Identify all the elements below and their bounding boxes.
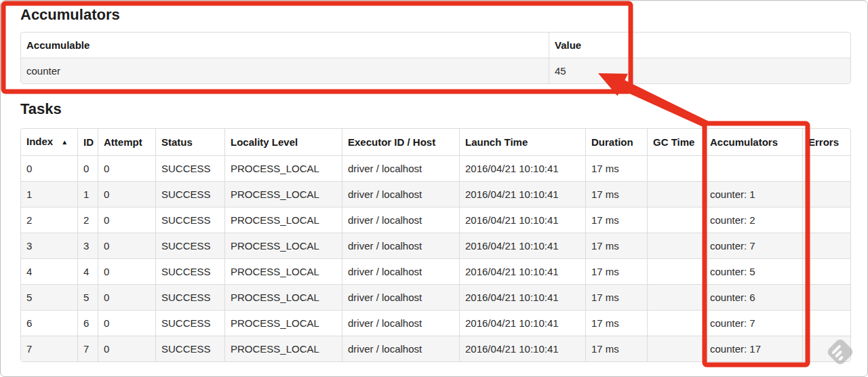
- task-errors-cell: [802, 181, 850, 207]
- task-status-cell: SUCCESS: [155, 207, 224, 233]
- task-index-cell: 5: [21, 284, 77, 310]
- task-status-cell: SUCCESS: [155, 233, 224, 258]
- task-errors-cell: [802, 310, 850, 336]
- page-content: Accumulators Accumulable Value counter 4…: [1, 1, 867, 362]
- accumulators-heading: Accumulators: [20, 6, 850, 24]
- table-row: 3 3 0 SUCCESS PROCESS_LOCAL driver / loc…: [21, 233, 850, 258]
- task-status-cell: SUCCESS: [155, 310, 224, 336]
- table-row: 7 7 0 SUCCESS PROCESS_LOCAL driver / loc…: [21, 336, 850, 361]
- task-attempt-cell: 0: [98, 284, 155, 310]
- task-status-cell: SUCCESS: [155, 284, 224, 310]
- tasks-table: Index▲ ID Attempt Status Locality Level …: [20, 128, 851, 362]
- tasks-table-header-row: Index▲ ID Attempt Status Locality Level …: [21, 129, 850, 155]
- tasks-header-launch-time[interactable]: Launch Time: [459, 129, 585, 155]
- annotation-watermark-icon: [825, 337, 855, 367]
- tasks-header-index[interactable]: Index▲: [21, 129, 77, 155]
- task-accumulators-cell: counter: 6: [704, 284, 802, 310]
- task-id-cell: 2: [77, 207, 98, 233]
- task-errors-cell: [802, 258, 850, 284]
- task-accumulators-cell: counter: 7: [704, 233, 802, 258]
- task-attempt-cell: 0: [98, 207, 155, 233]
- task-duration-cell: 17 ms: [585, 233, 647, 258]
- task-executor-id-host-cell: driver / localhost: [342, 207, 459, 233]
- accumulators-table: Accumulable Value counter 45: [20, 32, 851, 84]
- tasks-header-executor-id-host[interactable]: Executor ID / Host: [342, 129, 459, 155]
- task-gc-time-cell: [647, 207, 704, 233]
- task-launch-time-cell: 2016/04/21 10:10:41: [459, 207, 585, 233]
- task-locality-level-cell: PROCESS_LOCAL: [224, 284, 342, 310]
- task-id-cell: 4: [77, 258, 98, 284]
- task-id-cell: 1: [77, 181, 98, 207]
- task-index-cell: 6: [21, 310, 77, 336]
- task-attempt-cell: 0: [98, 310, 155, 336]
- task-locality-level-cell: PROCESS_LOCAL: [224, 155, 342, 181]
- task-index-cell: 4: [21, 258, 77, 284]
- task-status-cell: SUCCESS: [155, 258, 224, 284]
- task-launch-time-cell: 2016/04/21 10:10:41: [459, 284, 585, 310]
- task-index-cell: 0: [21, 155, 77, 181]
- task-id-cell: 7: [77, 336, 98, 361]
- task-duration-cell: 17 ms: [585, 155, 647, 181]
- task-duration-cell: 17 ms: [585, 258, 647, 284]
- task-errors-cell: [802, 233, 850, 258]
- task-launch-time-cell: 2016/04/21 10:10:41: [459, 258, 585, 284]
- task-index-cell: 1: [21, 181, 77, 207]
- tasks-header-errors[interactable]: Errors: [802, 129, 850, 155]
- tasks-header-gc-time[interactable]: GC Time: [647, 129, 704, 155]
- task-locality-level-cell: PROCESS_LOCAL: [224, 181, 342, 207]
- task-locality-level-cell: PROCESS_LOCAL: [224, 258, 342, 284]
- task-accumulators-cell: counter: 7: [704, 310, 802, 336]
- task-id-cell: 6: [77, 310, 98, 336]
- task-id-cell: 0: [77, 155, 98, 181]
- task-duration-cell: 17 ms: [585, 336, 647, 361]
- accumulable-value-cell: 45: [549, 58, 850, 83]
- task-gc-time-cell: [647, 284, 704, 310]
- task-accumulators-cell: counter: 5: [704, 258, 802, 284]
- task-launch-time-cell: 2016/04/21 10:10:41: [459, 336, 585, 361]
- task-gc-time-cell: [647, 258, 704, 284]
- tasks-header-id[interactable]: ID: [77, 129, 98, 155]
- table-row: counter 45: [21, 58, 850, 83]
- task-executor-id-host-cell: driver / localhost: [342, 233, 459, 258]
- task-attempt-cell: 0: [98, 258, 155, 284]
- task-gc-time-cell: [647, 155, 704, 181]
- table-row: 2 2 0 SUCCESS PROCESS_LOCAL driver / loc…: [21, 207, 850, 233]
- task-status-cell: SUCCESS: [155, 181, 224, 207]
- task-executor-id-host-cell: driver / localhost: [342, 181, 459, 207]
- table-row: 5 5 0 SUCCESS PROCESS_LOCAL driver / loc…: [21, 284, 850, 310]
- task-attempt-cell: 0: [98, 336, 155, 361]
- task-accumulators-cell: [704, 155, 802, 181]
- task-launch-time-cell: 2016/04/21 10:10:41: [459, 310, 585, 336]
- task-gc-time-cell: [647, 336, 704, 361]
- tasks-header-duration[interactable]: Duration: [585, 129, 647, 155]
- task-duration-cell: 17 ms: [585, 181, 647, 207]
- task-executor-id-host-cell: driver / localhost: [342, 155, 459, 181]
- task-gc-time-cell: [647, 181, 704, 207]
- tasks-header-attempt[interactable]: Attempt: [98, 129, 155, 155]
- value-column-header[interactable]: Value: [549, 33, 850, 58]
- tasks-header-status[interactable]: Status: [155, 129, 224, 155]
- task-index-cell: 2: [21, 207, 77, 233]
- accumulable-column-header[interactable]: Accumulable: [21, 33, 549, 58]
- task-id-cell: 3: [77, 233, 98, 258]
- tasks-header-accumulators[interactable]: Accumulators: [704, 129, 802, 155]
- task-launch-time-cell: 2016/04/21 10:10:41: [459, 181, 585, 207]
- task-executor-id-host-cell: driver / localhost: [342, 258, 459, 284]
- spark-stage-detail-page: Accumulators Accumulable Value counter 4…: [0, 0, 868, 377]
- table-row: 1 1 0 SUCCESS PROCESS_LOCAL driver / loc…: [21, 181, 850, 207]
- table-row: 4 4 0 SUCCESS PROCESS_LOCAL driver / loc…: [21, 258, 850, 284]
- task-locality-level-cell: PROCESS_LOCAL: [224, 233, 342, 258]
- task-status-cell: SUCCESS: [155, 336, 224, 361]
- task-index-cell: 7: [21, 336, 77, 361]
- task-duration-cell: 17 ms: [585, 207, 647, 233]
- task-accumulators-cell: counter: 17: [704, 336, 802, 361]
- table-row: 6 6 0 SUCCESS PROCESS_LOCAL driver / loc…: [21, 310, 850, 336]
- task-launch-time-cell: 2016/04/21 10:10:41: [459, 233, 585, 258]
- task-executor-id-host-cell: driver / localhost: [342, 336, 459, 361]
- accumulators-table-header-row: Accumulable Value: [21, 33, 850, 58]
- tasks-header-locality-level[interactable]: Locality Level: [224, 129, 342, 155]
- task-locality-level-cell: PROCESS_LOCAL: [224, 310, 342, 336]
- task-attempt-cell: 0: [98, 233, 155, 258]
- task-status-cell: SUCCESS: [155, 155, 224, 181]
- task-index-cell: 3: [21, 233, 77, 258]
